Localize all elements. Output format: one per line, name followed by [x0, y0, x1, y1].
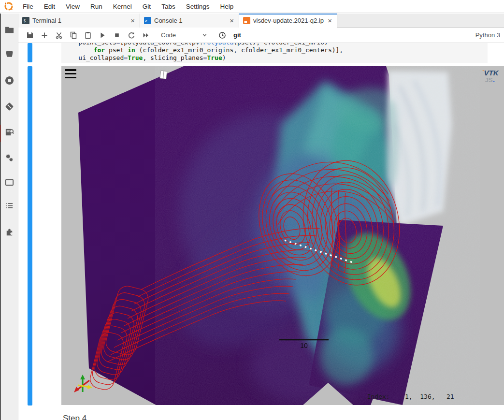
add-cell-button[interactable]	[37, 29, 52, 42]
plane-widget-glyph	[160, 71, 167, 79]
viewer-menu-hamburger-icon[interactable]	[65, 69, 76, 78]
scale-bar-label: 10	[292, 342, 316, 349]
cut-cells-button[interactable]	[52, 29, 66, 42]
svg-text:>_: >_	[145, 19, 150, 23]
notebook-toolbar: Code git Python 3	[18, 28, 504, 43]
copy-cells-button[interactable]	[66, 29, 81, 42]
menu-tabs[interactable]: Tabs	[156, 3, 181, 10]
menu-help[interactable]: Help	[215, 3, 239, 10]
open-tabs-icon[interactable]	[4, 177, 14, 188]
property-inspector-icon[interactable]	[4, 127, 14, 137]
stop-kernel-icon[interactable]	[4, 75, 14, 86]
file-browser-icon[interactable]	[4, 24, 14, 35]
app-logo-icon	[0, 1, 17, 11]
menu-git[interactable]: Git	[137, 3, 156, 10]
save-button[interactable]	[23, 29, 37, 42]
menu-settings[interactable]: Settings	[181, 3, 215, 10]
tab-console-1[interactable]: >_ Console 1 ×	[140, 14, 239, 28]
table-of-contents-icon[interactable]	[4, 200, 14, 211]
svg-text:$_: $_	[24, 19, 29, 23]
git-icon[interactable]	[4, 101, 14, 112]
edge-strip-accent	[0, 125, 1, 142]
cell-collapser-output[interactable]	[28, 66, 32, 406]
close-icon[interactable]: ×	[130, 17, 136, 24]
menubar: File Edit View Run Kernel Git Tabs Setti…	[0, 0, 504, 13]
menu-run[interactable]: Run	[85, 3, 108, 10]
close-icon[interactable]: ×	[327, 17, 333, 24]
run-cell-button[interactable]	[95, 29, 110, 42]
kernel-name[interactable]: Python 3	[475, 31, 504, 39]
menu-file[interactable]: File	[17, 3, 39, 10]
notebook-icon	[243, 17, 250, 24]
probe-index-line: Index: 1, 136, 21	[360, 391, 458, 402]
logo-js-text: JS	[485, 76, 493, 84]
git-toolbar-label[interactable]: git	[233, 31, 241, 39]
dock-tab-bar: $_ Terminal 1 × >_ Console 1 × visdev-up…	[18, 14, 504, 28]
window-edge-strip	[0, 14, 1, 420]
probe-readout: Index: 1, 136, 21 Position: 213., -148, …	[360, 371, 458, 405]
chevron-down-icon	[202, 32, 207, 38]
paste-cells-button[interactable]	[81, 29, 95, 42]
volume-render-scene	[61, 66, 504, 405]
vtk-js-logo: ˙VTK JS.	[479, 69, 501, 84]
markdown-step-heading: Step 4	[63, 414, 86, 420]
cell-collapser-code[interactable]	[28, 43, 32, 62]
tab-label: Console 1	[154, 17, 226, 24]
restart-run-all-button[interactable]	[139, 29, 153, 42]
extension-manager-puzzle-icon[interactable]	[4, 226, 14, 237]
tab-terminal-1[interactable]: $_ Terminal 1 ×	[18, 14, 140, 28]
close-icon[interactable]: ×	[229, 17, 235, 24]
running-sessions-bucket-icon[interactable]	[4, 48, 14, 59]
interrupt-kernel-button[interactable]	[110, 29, 124, 42]
menu-view[interactable]: View	[60, 3, 85, 10]
terminal-icon: $_	[22, 17, 29, 24]
settings-gears-icon[interactable]	[4, 152, 14, 163]
cell-type-dropdown[interactable]: Code	[158, 31, 210, 39]
orientation-axes-widget	[70, 373, 95, 398]
volume-noise-texture	[182, 66, 453, 385]
tab-label: visdev-update.2021-q2.ipynb	[253, 17, 324, 24]
restart-kernel-button[interactable]	[124, 29, 139, 42]
tab-label: Terminal 1	[32, 17, 127, 24]
notebook-panel: point_sets=[polydata_coord_ex(pv.PolyDat…	[18, 43, 504, 420]
logo-dot: .	[493, 75, 495, 84]
tab-notebook[interactable]: visdev-update.2021-q2.ipynb ×	[239, 14, 337, 28]
menu-edit[interactable]: Edit	[39, 3, 60, 10]
vtk-render-view[interactable]: ˙VTK JS. Index: 1, 136, 21 Position: 213…	[61, 66, 504, 405]
cell-type-value: Code	[161, 31, 176, 39]
code-cell-content: point_sets=[polydata_coord_ex(pv.PolyDat…	[61, 43, 488, 62]
console-icon: >_	[144, 17, 151, 24]
menu-kernel[interactable]: Kernel	[108, 3, 137, 10]
code-cell-editor[interactable]: point_sets=[polydata_coord_ex(pv.PolyDat…	[61, 43, 488, 63]
history-clock-button[interactable]	[215, 29, 230, 42]
activity-bar	[0, 14, 18, 420]
